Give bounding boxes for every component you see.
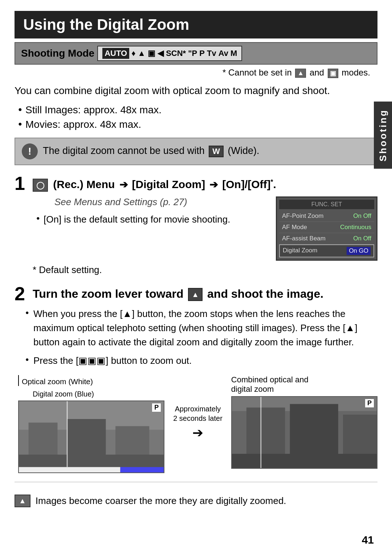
mode-icon-m: M <box>230 49 237 58</box>
camera-menu-row: AF-Point Zoom On Off <box>279 211 374 222</box>
step1-arrow1: ➔ <box>119 179 131 190</box>
intro-text: You can combine digital zoom with optica… <box>15 83 377 98</box>
mode-icons: AUTO ♦ ▲ ▣ ◀ SCN* "P P Tv Av M <box>97 46 242 61</box>
camera-menu-row: AF-assist Beam On Off <box>279 233 374 244</box>
svg-rect-14 <box>232 454 377 468</box>
cannot-set-note: * Cannot be set in ▲ and ▣ modes. <box>15 68 377 78</box>
zoom-diagram: Optical zoom (White) Digital zoom (Blue) <box>15 375 377 473</box>
zoom-left-container: Optical zoom (White) Digital zoom (Blue) <box>18 375 164 473</box>
page-title: Using the Digital Zoom <box>15 11 377 38</box>
cannot-set-text: * Cannot be set in <box>222 68 292 77</box>
optical-zoom-text: Optical zoom (White) <box>22 377 93 386</box>
warning-icon: ! <box>22 143 38 159</box>
menu-label: Digital Zoom <box>283 247 317 255</box>
step1-subtitle: See Menus and Settings (p. 27) <box>33 196 269 208</box>
zoom-combined-p-badge: P <box>365 399 374 407</box>
step2-bullet-1: When you press the [▲] button, the zoom … <box>25 307 377 349</box>
menu-label: AF Mode <box>282 224 307 231</box>
step2-number: 2 <box>15 284 28 303</box>
sidebar-tab: Shooting <box>374 102 392 169</box>
step1-content: See Menus and Settings (p. 27) [On] is t… <box>15 196 377 261</box>
zoom-p-badge: P <box>152 403 161 412</box>
optical-zoom-line <box>18 375 19 386</box>
step1-bullets: [On] is the default setting for movie sh… <box>33 213 269 226</box>
cannot-set-and: and <box>310 68 324 77</box>
step2-bullet-2: Press the [▣▣▣] button to zoom out. <box>25 354 377 368</box>
step1-section: 1 ◯ (Rec.) Menu ➔ [Digital Zoom] ➔ [On]/… <box>15 174 377 276</box>
wide-icon: W <box>209 146 224 157</box>
divider <box>15 482 377 482</box>
camera-screen-header: FUNC. SET <box>279 200 374 209</box>
menu-label: AF-assist Beam <box>282 235 326 242</box>
list-item: Movies: approx. 48x max. <box>18 119 377 130</box>
page-number: 41 <box>362 534 374 546</box>
step1-title: ◯ (Rec.) Menu ➔ [Digital Zoom] ➔ [On]/[O… <box>33 174 276 192</box>
zoom-scene-left <box>19 401 164 472</box>
rec-icon: ◯ <box>33 179 48 192</box>
mode-icon-2: ▲ <box>138 49 146 58</box>
menu-value: Continuous <box>340 224 371 231</box>
zoom-image-left-inner: P <box>19 401 164 472</box>
menu-label: AF-Point Zoom <box>282 212 323 220</box>
menu-value: On Off <box>353 235 371 242</box>
warning-text: The digital zoom cannot be used with W (… <box>43 145 260 157</box>
step1-bullet: [On] is the default setting for movie sh… <box>36 213 269 226</box>
bottom-note: ▲ Images become coarser the more they ar… <box>15 491 377 511</box>
mode-icon-1: ♦ <box>131 49 135 58</box>
bullet-list: Still Images: approx. 48x max. Movies: a… <box>15 104 377 130</box>
mode-icon-p1: "P <box>188 49 197 58</box>
step1-number: 1 <box>15 174 28 193</box>
step1-header: 1 ◯ (Rec.) Menu ➔ [Digital Zoom] ➔ [On]/… <box>15 174 377 193</box>
menu-value-active: On GO <box>347 247 371 255</box>
zoom-image-left: P <box>18 401 164 473</box>
cannot-set-modes: modes. <box>342 68 370 77</box>
mode-icon-scn: SCN* <box>166 49 186 58</box>
big-arrow-icon: ➔ <box>192 425 203 440</box>
zoom-scene-right <box>232 397 377 468</box>
mode-label: Shooting Mode <box>21 48 94 59</box>
mode-icon-3: ▣ <box>148 49 155 58</box>
step1-arrow2: ➔ <box>209 179 221 190</box>
bottom-note-text: Images become coarser the more they are … <box>36 495 286 507</box>
default-note: * Default setting. <box>15 264 377 276</box>
mode-icon-av: Av <box>219 49 228 58</box>
optical-zoom-label: Optical zoom (White) <box>18 375 164 386</box>
step2-title-part2: and shoot the image. <box>207 287 323 300</box>
step2-bullets: When you press the [▲] button, the zoom … <box>15 307 377 368</box>
step1-text: See Menus and Settings (p. 27) [On] is t… <box>33 196 269 229</box>
zoom-arrow-container: Approximately2 seconds later ➔ <box>173 375 222 440</box>
mode-icon-p: P <box>199 49 205 58</box>
svg-rect-6 <box>19 467 120 472</box>
step1-title-part1: (Rec.) Menu <box>53 178 115 190</box>
digital-zoom-label: Digital zoom (Blue) <box>33 390 94 398</box>
combined-zoom-label: Combined optical anddigital zoom <box>231 375 377 394</box>
zoom-image-combined-inner: P <box>232 397 377 468</box>
step2-section: 2 Turn the zoom lever toward ▲ and shoot… <box>15 284 377 473</box>
camera-menu-row-active: Digital Zoom On GO <box>279 244 374 257</box>
cannot-set-icon2: ▣ <box>328 69 338 78</box>
mode-icon-4: ◀ <box>158 49 164 58</box>
step2-title: Turn the zoom lever toward ▲ and shoot t… <box>33 284 323 302</box>
camera-screen: FUNC. SET AF-Point Zoom On Off AF Mode C… <box>276 196 377 261</box>
camera-menu-row: AF Mode Continuous <box>279 222 374 233</box>
list-item: Still Images: approx. 48x max. <box>18 104 377 116</box>
svg-rect-7 <box>120 467 164 472</box>
warning-box: ! The digital zoom cannot be used with W… <box>15 138 377 165</box>
tele-icon: ▲ <box>188 288 203 301</box>
zoom-right-container: Combined optical anddigital zoom <box>231 375 377 469</box>
step2-title-part1: Turn the zoom lever toward <box>33 287 183 300</box>
approx-text: Approximately2 seconds later <box>173 404 222 423</box>
step1-title-part3: [On]/[Off] <box>222 178 270 190</box>
auto-icon: AUTO <box>102 48 129 59</box>
step1-superscript: * <box>271 178 273 186</box>
menu-value: On Off <box>353 212 371 220</box>
bottom-note-icon: ▲ <box>15 495 30 507</box>
shooting-mode-bar: Shooting Mode AUTO ♦ ▲ ▣ ◀ SCN* "P P Tv … <box>15 42 377 65</box>
page-container: Using the Digital Zoom Shooting Mode AUT… <box>0 0 392 557</box>
step1-period: . <box>273 178 276 190</box>
step1-title-part2: [Digital Zoom] <box>132 178 205 190</box>
zoom-image-combined: P <box>231 396 377 469</box>
step2-header: 2 Turn the zoom lever toward ▲ and shoot… <box>15 284 377 303</box>
cannot-set-icon1: ▲ <box>295 69 306 78</box>
mode-icon-tv: Tv <box>207 49 216 58</box>
